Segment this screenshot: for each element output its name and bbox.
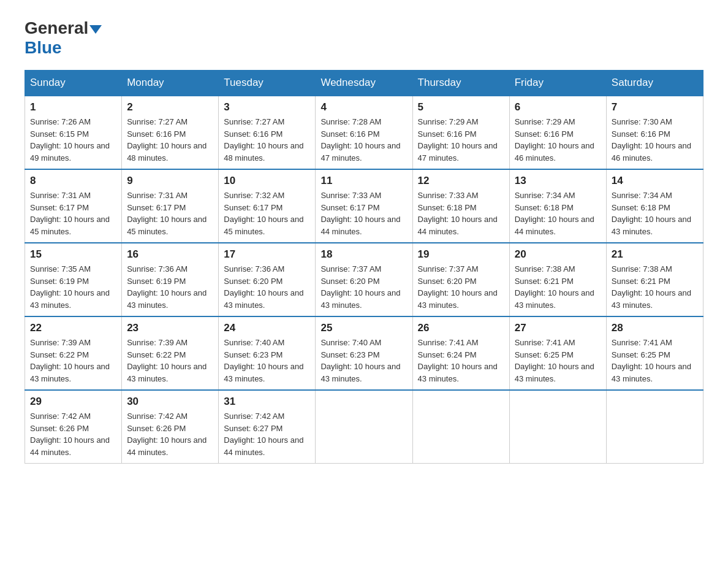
day-cell: 21 Sunrise: 7:38 AMSunset: 6:21 PMDaylig… bbox=[606, 243, 703, 316]
day-number: 27 bbox=[515, 322, 601, 334]
day-number: 19 bbox=[418, 248, 504, 261]
day-number: 25 bbox=[320, 322, 407, 334]
day-info: Sunrise: 7:37 AMSunset: 6:20 PMDaylight:… bbox=[320, 263, 407, 311]
week-row-3: 15 Sunrise: 7:35 AMSunset: 6:19 PMDaylig… bbox=[25, 243, 703, 316]
day-cell: 23 Sunrise: 7:39 AMSunset: 6:22 PMDaylig… bbox=[122, 316, 219, 390]
day-info: Sunrise: 7:42 AMSunset: 6:27 PMDaylight:… bbox=[224, 410, 310, 458]
day-info: Sunrise: 7:26 AMSunset: 6:15 PMDaylight:… bbox=[30, 116, 116, 164]
col-header-monday: Monday bbox=[122, 71, 219, 96]
day-cell: 10 Sunrise: 7:32 AMSunset: 6:17 PMDaylig… bbox=[219, 169, 316, 243]
col-header-saturday: Saturday bbox=[606, 71, 703, 96]
day-info: Sunrise: 7:32 AMSunset: 6:17 PMDaylight:… bbox=[224, 190, 310, 237]
day-number: 6 bbox=[515, 101, 601, 113]
day-cell: 12 Sunrise: 7:33 AMSunset: 6:18 PMDaylig… bbox=[412, 169, 509, 243]
day-cell: 1 Sunrise: 7:26 AMSunset: 6:15 PMDayligh… bbox=[25, 96, 122, 169]
day-info: Sunrise: 7:33 AMSunset: 6:17 PMDaylight:… bbox=[320, 190, 407, 237]
day-cell: 28 Sunrise: 7:41 AMSunset: 6:25 PMDaylig… bbox=[606, 316, 703, 390]
day-cell: 3 Sunrise: 7:27 AMSunset: 6:16 PMDayligh… bbox=[219, 96, 316, 169]
day-cell: 26 Sunrise: 7:41 AMSunset: 6:24 PMDaylig… bbox=[412, 316, 509, 390]
day-number: 28 bbox=[612, 322, 698, 334]
day-cell: 11 Sunrise: 7:33 AMSunset: 6:17 PMDaylig… bbox=[316, 169, 412, 243]
day-cell: 20 Sunrise: 7:38 AMSunset: 6:21 PMDaylig… bbox=[509, 243, 606, 316]
day-info: Sunrise: 7:41 AMSunset: 6:24 PMDaylight:… bbox=[418, 337, 504, 385]
week-row-5: 29 Sunrise: 7:42 AMSunset: 6:26 PMDaylig… bbox=[25, 390, 703, 464]
day-number: 13 bbox=[515, 175, 601, 187]
day-info: Sunrise: 7:27 AMSunset: 6:16 PMDaylight:… bbox=[127, 116, 213, 164]
day-info: Sunrise: 7:40 AMSunset: 6:23 PMDaylight:… bbox=[320, 337, 407, 385]
calendar-table: SundayMondayTuesdayWednesdayThursdayFrid… bbox=[25, 70, 703, 464]
day-info: Sunrise: 7:39 AMSunset: 6:22 PMDaylight:… bbox=[127, 337, 213, 385]
days-of-week-row: SundayMondayTuesdayWednesdayThursdayFrid… bbox=[25, 71, 703, 96]
day-info: Sunrise: 7:41 AMSunset: 6:25 PMDaylight:… bbox=[515, 337, 601, 385]
day-number: 10 bbox=[224, 175, 310, 187]
day-number: 2 bbox=[127, 101, 213, 113]
logo-general-text: General bbox=[25, 18, 102, 38]
day-info: Sunrise: 7:33 AMSunset: 6:18 PMDaylight:… bbox=[418, 190, 504, 237]
day-number: 16 bbox=[127, 248, 213, 261]
day-info: Sunrise: 7:41 AMSunset: 6:25 PMDaylight:… bbox=[612, 337, 698, 385]
day-cell bbox=[412, 390, 509, 464]
day-number: 4 bbox=[320, 101, 407, 113]
day-info: Sunrise: 7:38 AMSunset: 6:21 PMDaylight:… bbox=[515, 263, 601, 311]
day-cell: 14 Sunrise: 7:34 AMSunset: 6:18 PMDaylig… bbox=[606, 169, 703, 243]
day-number: 3 bbox=[224, 101, 310, 113]
day-number: 15 bbox=[30, 248, 116, 261]
day-cell: 24 Sunrise: 7:40 AMSunset: 6:23 PMDaylig… bbox=[219, 316, 316, 390]
day-number: 22 bbox=[30, 322, 116, 334]
week-row-1: 1 Sunrise: 7:26 AMSunset: 6:15 PMDayligh… bbox=[25, 96, 703, 169]
day-cell: 4 Sunrise: 7:28 AMSunset: 6:16 PMDayligh… bbox=[316, 96, 412, 169]
day-cell bbox=[509, 390, 606, 464]
week-row-2: 8 Sunrise: 7:31 AMSunset: 6:17 PMDayligh… bbox=[25, 169, 703, 243]
col-header-thursday: Thursday bbox=[412, 71, 509, 96]
day-cell: 19 Sunrise: 7:37 AMSunset: 6:20 PMDaylig… bbox=[412, 243, 509, 316]
day-number: 5 bbox=[418, 101, 504, 113]
day-info: Sunrise: 7:37 AMSunset: 6:20 PMDaylight:… bbox=[418, 263, 504, 311]
day-number: 30 bbox=[127, 396, 213, 408]
day-info: Sunrise: 7:34 AMSunset: 6:18 PMDaylight:… bbox=[612, 190, 698, 237]
col-header-tuesday: Tuesday bbox=[219, 71, 316, 96]
day-number: 11 bbox=[320, 175, 407, 187]
day-number: 8 bbox=[30, 175, 116, 187]
week-row-4: 22 Sunrise: 7:39 AMSunset: 6:22 PMDaylig… bbox=[25, 316, 703, 390]
day-cell: 16 Sunrise: 7:36 AMSunset: 6:19 PMDaylig… bbox=[122, 243, 219, 316]
day-info: Sunrise: 7:38 AMSunset: 6:21 PMDaylight:… bbox=[612, 263, 698, 311]
logo-general: General bbox=[25, 18, 88, 37]
day-cell bbox=[316, 390, 412, 464]
day-number: 21 bbox=[612, 248, 698, 261]
day-cell: 7 Sunrise: 7:30 AMSunset: 6:16 PMDayligh… bbox=[606, 96, 703, 169]
day-cell: 17 Sunrise: 7:36 AMSunset: 6:20 PMDaylig… bbox=[219, 243, 316, 316]
day-number: 20 bbox=[515, 248, 601, 261]
day-number: 1 bbox=[30, 101, 116, 113]
day-number: 9 bbox=[127, 175, 213, 187]
day-info: Sunrise: 7:39 AMSunset: 6:22 PMDaylight:… bbox=[30, 337, 116, 385]
logo-triangle-icon bbox=[89, 25, 102, 34]
day-cell: 13 Sunrise: 7:34 AMSunset: 6:18 PMDaylig… bbox=[509, 169, 606, 243]
day-cell: 6 Sunrise: 7:29 AMSunset: 6:16 PMDayligh… bbox=[509, 96, 606, 169]
col-header-sunday: Sunday bbox=[25, 71, 122, 96]
day-info: Sunrise: 7:42 AMSunset: 6:26 PMDaylight:… bbox=[30, 410, 116, 458]
day-cell: 31 Sunrise: 7:42 AMSunset: 6:27 PMDaylig… bbox=[219, 390, 316, 464]
col-header-wednesday: Wednesday bbox=[316, 71, 412, 96]
day-info: Sunrise: 7:34 AMSunset: 6:18 PMDaylight:… bbox=[515, 190, 601, 237]
logo-blue: Blue bbox=[25, 38, 62, 57]
logo-blue-text: Blue bbox=[25, 38, 62, 58]
day-cell bbox=[606, 390, 703, 464]
day-cell: 25 Sunrise: 7:40 AMSunset: 6:23 PMDaylig… bbox=[316, 316, 412, 390]
day-info: Sunrise: 7:30 AMSunset: 6:16 PMDaylight:… bbox=[612, 116, 698, 164]
day-info: Sunrise: 7:29 AMSunset: 6:16 PMDaylight:… bbox=[515, 116, 601, 164]
day-info: Sunrise: 7:28 AMSunset: 6:16 PMDaylight:… bbox=[320, 116, 407, 164]
day-cell: 29 Sunrise: 7:42 AMSunset: 6:26 PMDaylig… bbox=[25, 390, 122, 464]
day-info: Sunrise: 7:31 AMSunset: 6:17 PMDaylight:… bbox=[127, 190, 213, 237]
day-cell: 18 Sunrise: 7:37 AMSunset: 6:20 PMDaylig… bbox=[316, 243, 412, 316]
day-number: 12 bbox=[418, 175, 504, 187]
day-number: 14 bbox=[612, 175, 698, 187]
day-cell: 5 Sunrise: 7:29 AMSunset: 6:16 PMDayligh… bbox=[412, 96, 509, 169]
day-number: 7 bbox=[612, 101, 698, 113]
day-number: 24 bbox=[224, 322, 310, 334]
day-info: Sunrise: 7:42 AMSunset: 6:26 PMDaylight:… bbox=[127, 410, 213, 458]
day-cell: 8 Sunrise: 7:31 AMSunset: 6:17 PMDayligh… bbox=[25, 169, 122, 243]
day-number: 23 bbox=[127, 322, 213, 334]
day-number: 31 bbox=[224, 396, 310, 408]
day-info: Sunrise: 7:31 AMSunset: 6:17 PMDaylight:… bbox=[30, 190, 116, 237]
day-info: Sunrise: 7:35 AMSunset: 6:19 PMDaylight:… bbox=[30, 263, 116, 311]
